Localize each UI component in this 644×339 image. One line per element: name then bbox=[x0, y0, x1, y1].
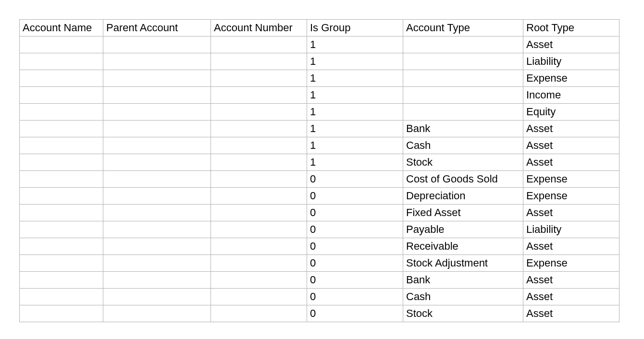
cell-account-name bbox=[20, 53, 103, 70]
table-row: 0Stock AdjustmentExpense bbox=[20, 255, 619, 272]
cell-parent-account bbox=[103, 104, 211, 121]
cell-account-name bbox=[20, 121, 103, 137]
cell-is-group: 0 bbox=[307, 238, 403, 255]
cell-is-group: 0 bbox=[307, 205, 403, 221]
cell-parent-account bbox=[103, 121, 211, 137]
table-row: 0BankAsset bbox=[20, 272, 619, 289]
cell-account-name bbox=[20, 272, 103, 289]
cell-account-name bbox=[20, 205, 103, 221]
cell-account-name bbox=[20, 137, 103, 154]
cell-account-type: Payable bbox=[403, 221, 523, 238]
cell-is-group: 1 bbox=[307, 70, 403, 87]
cell-account-name bbox=[20, 188, 103, 205]
cell-root-type: Asset bbox=[523, 36, 619, 53]
cell-root-type: Asset bbox=[523, 305, 619, 322]
cell-is-group: 1 bbox=[307, 87, 403, 104]
cell-account-name bbox=[20, 70, 103, 87]
table-header-row: Account Name Parent Account Account Numb… bbox=[20, 20, 619, 36]
cell-account-number bbox=[211, 238, 307, 255]
cell-account-number bbox=[211, 36, 307, 53]
cell-account-type: Bank bbox=[403, 121, 523, 137]
cell-parent-account bbox=[103, 305, 211, 322]
cell-parent-account bbox=[103, 154, 211, 171]
cell-account-number bbox=[211, 272, 307, 289]
accounts-table: Account Name Parent Account Account Numb… bbox=[19, 19, 619, 322]
cell-is-group: 0 bbox=[307, 289, 403, 305]
cell-account-name bbox=[20, 104, 103, 121]
cell-account-type: Cash bbox=[403, 137, 523, 154]
cell-account-number bbox=[211, 255, 307, 272]
cell-root-type: Income bbox=[523, 87, 619, 104]
cell-is-group: 1 bbox=[307, 137, 403, 154]
cell-root-type: Expense bbox=[523, 255, 619, 272]
cell-account-type: Cost of Goods Sold bbox=[403, 171, 523, 188]
cell-is-group: 0 bbox=[307, 255, 403, 272]
cell-root-type: Asset bbox=[523, 137, 619, 154]
table-row: 0Cost of Goods SoldExpense bbox=[20, 171, 619, 188]
cell-parent-account bbox=[103, 205, 211, 221]
cell-account-type: Depreciation bbox=[403, 188, 523, 205]
cell-account-name bbox=[20, 221, 103, 238]
cell-parent-account bbox=[103, 171, 211, 188]
cell-account-name bbox=[20, 171, 103, 188]
table-row: 1Expense bbox=[20, 70, 619, 87]
table-row: 1Liability bbox=[20, 53, 619, 70]
cell-account-type: Receivable bbox=[403, 238, 523, 255]
cell-account-type: Stock Adjustment bbox=[403, 255, 523, 272]
cell-account-type: Bank bbox=[403, 272, 523, 289]
cell-root-type: Asset bbox=[523, 238, 619, 255]
cell-parent-account bbox=[103, 188, 211, 205]
cell-root-type: Expense bbox=[523, 188, 619, 205]
table-row: 0ReceivableAsset bbox=[20, 238, 619, 255]
cell-root-type: Expense bbox=[523, 70, 619, 87]
cell-account-name bbox=[20, 305, 103, 322]
cell-is-group: 0 bbox=[307, 272, 403, 289]
table-row: 1CashAsset bbox=[20, 137, 619, 154]
col-header-account-number: Account Number bbox=[211, 20, 307, 36]
cell-is-group: 1 bbox=[307, 53, 403, 70]
cell-is-group: 1 bbox=[307, 36, 403, 53]
cell-parent-account bbox=[103, 70, 211, 87]
col-header-account-type: Account Type bbox=[403, 20, 523, 36]
cell-is-group: 1 bbox=[307, 154, 403, 171]
cell-root-type: Equity bbox=[523, 104, 619, 121]
cell-parent-account bbox=[103, 238, 211, 255]
cell-parent-account bbox=[103, 36, 211, 53]
cell-root-type: Asset bbox=[523, 205, 619, 221]
cell-parent-account bbox=[103, 289, 211, 305]
cell-account-number bbox=[211, 87, 307, 104]
cell-account-name bbox=[20, 255, 103, 272]
cell-root-type: Asset bbox=[523, 154, 619, 171]
cell-root-type: Asset bbox=[523, 272, 619, 289]
cell-parent-account bbox=[103, 255, 211, 272]
cell-account-type bbox=[403, 70, 523, 87]
cell-account-name bbox=[20, 238, 103, 255]
cell-is-group: 1 bbox=[307, 121, 403, 137]
cell-root-type: Liability bbox=[523, 53, 619, 70]
cell-is-group: 1 bbox=[307, 104, 403, 121]
table-row: 0CashAsset bbox=[20, 289, 619, 305]
cell-account-number bbox=[211, 70, 307, 87]
table-row: 0Fixed AssetAsset bbox=[20, 205, 619, 221]
table-row: 1BankAsset bbox=[20, 121, 619, 137]
cell-account-type bbox=[403, 36, 523, 53]
cell-account-number bbox=[211, 305, 307, 322]
cell-account-number bbox=[211, 289, 307, 305]
cell-account-name bbox=[20, 36, 103, 53]
cell-account-number bbox=[211, 171, 307, 188]
cell-account-number bbox=[211, 104, 307, 121]
col-header-account-name: Account Name bbox=[20, 20, 103, 36]
cell-account-number bbox=[211, 154, 307, 171]
cell-parent-account bbox=[103, 221, 211, 238]
table-row: 1Equity bbox=[20, 104, 619, 121]
cell-account-name bbox=[20, 289, 103, 305]
cell-account-number bbox=[211, 221, 307, 238]
cell-root-type: Liability bbox=[523, 221, 619, 238]
cell-account-type bbox=[403, 104, 523, 121]
table-row: 1StockAsset bbox=[20, 154, 619, 171]
cell-account-number bbox=[211, 53, 307, 70]
cell-account-type bbox=[403, 87, 523, 104]
cell-account-type bbox=[403, 53, 523, 70]
cell-root-type: Asset bbox=[523, 121, 619, 137]
table-row: 0StockAsset bbox=[20, 305, 619, 322]
